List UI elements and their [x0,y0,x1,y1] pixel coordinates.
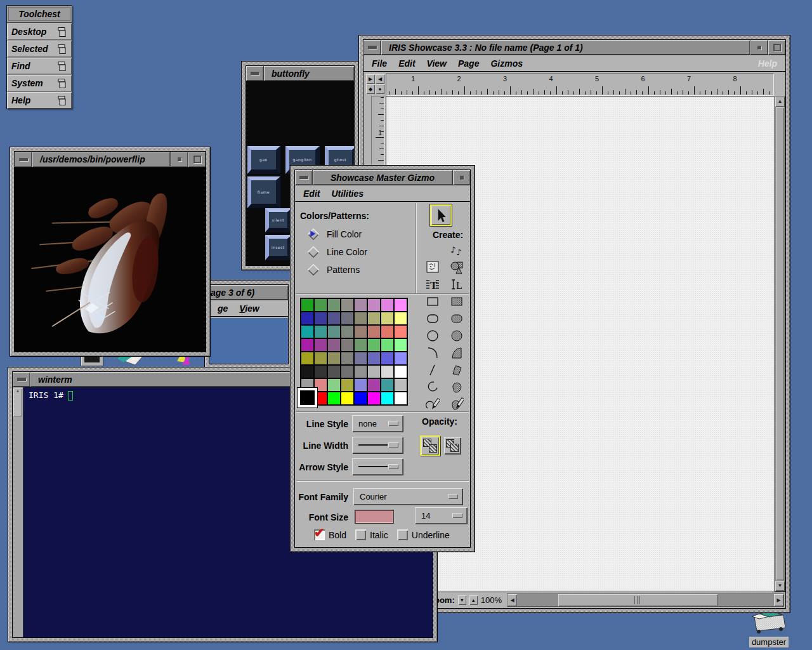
scrollbar-thumb[interactable] [776,107,784,580]
tool-text-block-icon[interactable]: T [421,275,445,293]
minimize-button[interactable] [246,66,264,81]
page3-canvas[interactable] [209,318,288,364]
minimize-button[interactable] [295,170,313,185]
restore-button[interactable] [452,170,470,185]
checkbox[interactable] [355,529,366,540]
buttonfly-button-silent[interactable]: silent [265,208,292,232]
palette-swatch[interactable] [394,352,407,365]
palette-swatch[interactable] [341,312,354,325]
ruler-corner-button[interactable]: ◆ [366,84,375,94]
palette-swatch[interactable] [341,365,354,378]
checkbox[interactable] [397,529,408,540]
font-size-dropdown[interactable]: 14 [415,507,467,524]
terminal-scrollbar[interactable]: ▲ [13,387,23,637]
palette-swatch[interactable] [301,365,314,378]
tool-music-notes-icon[interactable]: ♪♪ [445,241,469,258]
restore-button[interactable] [170,152,188,167]
tool-rect-filled-icon[interactable] [445,293,469,310]
minimize-button[interactable] [15,152,32,167]
palette-swatch[interactable] [327,352,341,365]
checkbox-checked[interactable] [314,529,325,540]
palette-swatch[interactable] [381,352,394,365]
scroll-down-icon[interactable]: ▼ [775,581,785,591]
menu-page[interactable]: Page [452,56,485,70]
tool-blob-filled-icon[interactable] [445,378,469,395]
menu-view[interactable]: View [233,302,265,315]
palette-swatch[interactable] [394,325,407,338]
palette-swatch[interactable] [314,325,327,338]
ruler-corner-button[interactable]: ▶ [366,74,375,84]
palette-swatch[interactable] [381,325,394,338]
tool-curve-icon[interactable] [421,378,445,395]
palette-swatch[interactable] [341,298,354,312]
tool-circle-filled-icon[interactable] [445,327,469,344]
palette-swatch[interactable] [394,365,407,378]
select-tool-button[interactable] [430,204,452,226]
palette-swatch[interactable] [394,378,407,392]
menu-file[interactable]: File [366,56,393,70]
palette-swatch[interactable] [341,392,354,405]
palette-swatch[interactable] [327,312,341,325]
scrollbar-track[interactable] [517,594,774,606]
toolchest-item-help[interactable]: Help [7,91,72,109]
palette-swatch[interactable] [367,338,381,352]
palette-swatch[interactable] [354,365,367,378]
palette-swatch[interactable] [394,392,407,405]
palette-swatch[interactable] [381,392,394,405]
palette-swatch[interactable] [354,338,367,352]
dumpster-icon[interactable]: dumpster [746,608,792,647]
tool-image-icon[interactable] [421,258,445,275]
palette-swatch[interactable] [394,338,407,352]
palette-swatch[interactable] [341,378,354,392]
palette-swatch[interactable] [354,298,367,312]
palette-swatch[interactable] [301,352,314,365]
palette-swatch[interactable] [341,338,354,352]
palette-swatch[interactable] [341,325,354,338]
palette-swatch[interactable] [301,338,314,352]
tool-rect-icon[interactable] [421,293,445,310]
tool-arc-icon[interactable] [421,344,445,361]
tool-rounded-rect-icon[interactable] [421,310,445,327]
palette-swatch[interactable] [327,378,341,392]
arrow-style-dropdown[interactable] [352,458,403,475]
zoom-out-button[interactable]: ▼ [458,595,466,605]
font-size-field[interactable] [355,510,394,524]
palette-swatch[interactable] [367,365,381,378]
maximize-button[interactable] [188,152,206,167]
palette-swatch[interactable] [327,392,341,405]
buttonfly-button-gan[interactable]: gan [247,146,280,174]
radio-patterns[interactable]: Patterns [309,264,367,275]
toolchest-item-system[interactable]: System [7,74,72,91]
palette-swatch[interactable] [367,352,381,365]
tool-pencil-curve-icon[interactable] [421,395,445,413]
toolchest-item-selected[interactable]: Selected [7,40,72,57]
menu-edit[interactable]: Edit [298,187,325,201]
scrollbar-thumb[interactable]: ▲ [13,388,22,416]
palette-swatch[interactable] [314,352,327,365]
toggle-underline[interactable]: Underline [397,529,450,540]
palette-swatch[interactable] [314,365,327,378]
palette-swatch[interactable] [381,312,394,325]
tool-polygon-filled-icon[interactable] [445,361,469,378]
palette-swatch[interactable] [354,312,367,325]
palette-swatch[interactable] [354,392,367,405]
palette-swatch[interactable] [394,298,407,312]
toggle-bold[interactable]: Bold [314,529,346,540]
tool-shapes-3d-icon[interactable] [445,258,469,275]
minimize-button[interactable] [363,40,381,55]
buttonfly-button-flame[interactable]: flame [247,176,280,208]
radio-fill-color[interactable]: Fill Color [309,229,367,240]
palette-swatch[interactable] [354,325,367,338]
menu-edit[interactable]: Edit [393,56,421,70]
palette-swatch[interactable] [314,298,327,312]
toolchest-item-find[interactable]: Find [7,57,72,74]
scroll-right-icon[interactable]: ▶ [774,594,783,606]
scroll-left-icon[interactable]: ◀ [508,594,517,606]
palette-swatch[interactable] [327,338,341,352]
line-width-dropdown[interactable] [352,437,403,453]
palette-swatch[interactable] [381,338,394,352]
palette-swatch[interactable] [314,338,327,352]
palette-swatch[interactable] [354,378,367,392]
palette-swatch[interactable] [381,365,394,378]
radio-line-color[interactable]: Line Color [309,246,367,258]
